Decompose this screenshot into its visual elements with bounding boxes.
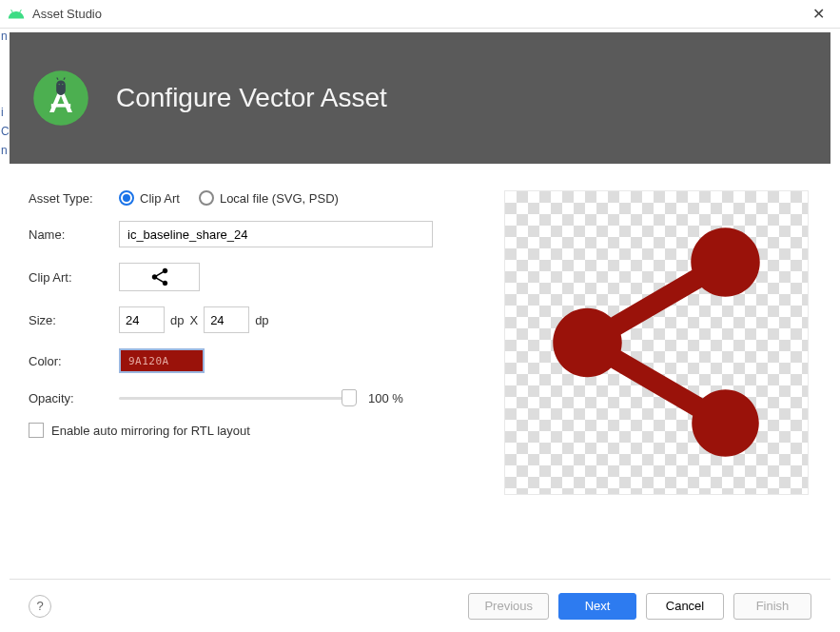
previous-button[interactable]: Previous [468, 593, 549, 620]
svg-point-2 [58, 84, 59, 85]
asset-type-label: Asset Type: [29, 191, 119, 206]
svg-rect-1 [51, 104, 70, 108]
opacity-label: Opacity: [29, 391, 119, 405]
size-row: Size: dp X dp [29, 306, 466, 333]
android-studio-logo-icon [32, 69, 89, 127]
radio-clip-art[interactable]: Clip Art [119, 190, 180, 206]
size-x-label: X [189, 313, 198, 327]
name-label: Name: [29, 227, 119, 242]
svg-point-0 [33, 70, 88, 126]
width-input[interactable] [119, 306, 165, 333]
opacity-slider-group: 100 % [119, 388, 403, 407]
clipart-row: Clip Art: [29, 263, 466, 291]
titlebar: Asset Studio ✕ [0, 0, 840, 29]
dialog-footer: ? Previous Next Cancel Finish [10, 579, 830, 632]
color-row: Color: 9A120A [29, 348, 466, 373]
asset-type-row: Asset Type: Clip Art Local file (SVG, PS… [29, 190, 466, 206]
mirror-label: Enable auto mirroring for RTL layout [51, 424, 250, 438]
dialog-content: Asset Type: Clip Art Local file (SVG, PS… [0, 164, 840, 579]
radio-icon [199, 190, 214, 206]
opacity-row: Opacity: 100 % [29, 388, 466, 407]
opacity-value: 100 % [368, 391, 403, 405]
cancel-button[interactable]: Cancel [646, 593, 724, 620]
radio-label: Local file (SVG, PSD) [220, 191, 339, 206]
android-studio-icon [8, 6, 25, 23]
color-picker-button[interactable]: 9A120A [119, 348, 205, 373]
dialog-header: Configure Vector Asset [10, 32, 830, 164]
name-input[interactable] [119, 221, 433, 247]
color-value: 9A120A [128, 355, 169, 367]
asset-type-radio-group: Clip Art Local file (SVG, PSD) [119, 190, 339, 206]
form-panel: Asset Type: Clip Art Local file (SVG, PS… [29, 190, 466, 569]
name-row: Name: [29, 221, 466, 247]
size-inputs: dp X dp [119, 306, 269, 333]
slider-thumb[interactable] [342, 389, 357, 406]
slider-track [119, 397, 357, 400]
radio-local-file[interactable]: Local file (SVG, PSD) [199, 190, 339, 206]
share-icon-preview [518, 205, 794, 481]
edge-text-fragment: n iCn [0, 27, 10, 160]
size-label: Size: [29, 313, 119, 327]
opacity-slider[interactable] [119, 388, 357, 407]
preview-panel [504, 190, 809, 495]
close-icon[interactable]: ✕ [804, 5, 832, 23]
next-button[interactable]: Next [558, 593, 636, 620]
dialog-title: Configure Vector Asset [116, 83, 387, 113]
svg-point-3 [62, 84, 63, 85]
mirror-checkbox[interactable] [29, 423, 44, 438]
radio-label: Clip Art [140, 191, 180, 206]
mirror-row: Enable auto mirroring for RTL layout [29, 423, 466, 438]
color-label: Color: [29, 354, 119, 368]
height-unit: dp [255, 313, 268, 327]
width-unit: dp [170, 313, 184, 327]
help-icon: ? [36, 599, 43, 613]
window-title: Asset Studio [32, 7, 804, 21]
dialog-window: n iCn Asset Studio ✕ Configure Vector As… [0, 0, 840, 632]
help-button[interactable]: ? [29, 595, 51, 618]
finish-button[interactable]: Finish [733, 593, 811, 620]
height-input[interactable] [204, 306, 249, 333]
clipart-picker-button[interactable] [119, 263, 200, 291]
clipart-label: Clip Art: [29, 270, 119, 285]
radio-icon [119, 190, 134, 206]
share-icon [149, 267, 170, 287]
